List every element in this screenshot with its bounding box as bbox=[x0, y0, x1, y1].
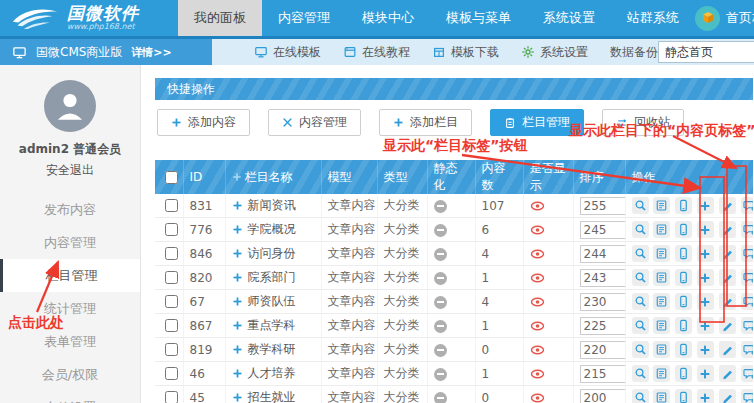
row-checkbox[interactable] bbox=[165, 295, 178, 308]
content-list-icon[interactable] bbox=[653, 221, 670, 238]
expand-plus-icon[interactable] bbox=[232, 344, 243, 355]
sidebar-item-publish-content[interactable]: 发布内容 bbox=[0, 193, 140, 226]
row-checkbox[interactable] bbox=[165, 199, 178, 212]
add-content-button[interactable]: 添加内容 bbox=[157, 109, 250, 136]
mobile-view-icon[interactable] bbox=[675, 365, 692, 382]
expand-plus-icon[interactable] bbox=[232, 320, 243, 331]
link-system-settings[interactable]: 系统设置 bbox=[521, 44, 588, 61]
add-sub-column-icon[interactable] bbox=[697, 341, 714, 358]
content-list-icon[interactable] bbox=[653, 293, 670, 310]
add-sub-column-icon[interactable] bbox=[697, 197, 714, 214]
sidebar-item-member-rights[interactable]: 会员/权限 bbox=[0, 358, 140, 391]
expand-plus-icon[interactable] bbox=[232, 224, 243, 235]
nav-content-manage[interactable]: 内容管理 bbox=[262, 0, 346, 36]
link-data-backup[interactable]: 数据备份 bbox=[610, 44, 658, 61]
eye-icon[interactable] bbox=[530, 393, 567, 403]
sort-input[interactable] bbox=[580, 317, 626, 335]
static-off-icon[interactable] bbox=[434, 272, 447, 285]
content-list-icon[interactable] bbox=[653, 197, 670, 214]
add-sub-column-icon[interactable] bbox=[697, 293, 714, 310]
nav-system-settings[interactable]: 系统设置 bbox=[527, 0, 611, 36]
sidebar-item-content-manage[interactable]: 内容管理 bbox=[0, 226, 140, 259]
preview-search-icon[interactable] bbox=[632, 293, 649, 310]
nav-my-panel[interactable]: 我的面板 bbox=[178, 0, 262, 36]
expand-plus-icon[interactable] bbox=[232, 272, 243, 283]
content-list-icon[interactable] bbox=[653, 317, 670, 334]
add-sub-column-icon[interactable] bbox=[697, 317, 714, 334]
sort-input[interactable] bbox=[580, 269, 626, 287]
column-tag-icon[interactable] bbox=[741, 245, 753, 262]
link-online-tutorial[interactable]: 在线教程 bbox=[343, 44, 410, 61]
row-checkbox[interactable] bbox=[165, 319, 178, 332]
add-sub-column-icon[interactable] bbox=[697, 389, 714, 403]
preview-search-icon[interactable] bbox=[632, 221, 649, 238]
preview-search-icon[interactable] bbox=[632, 317, 649, 334]
edit-pencil-icon[interactable] bbox=[719, 317, 736, 334]
eye-icon[interactable] bbox=[530, 201, 567, 211]
expand-plus-icon[interactable] bbox=[232, 368, 243, 379]
sort-input[interactable] bbox=[580, 221, 626, 239]
eye-icon[interactable] bbox=[530, 345, 567, 355]
expand-plus-icon[interactable] bbox=[232, 200, 243, 211]
sort-input[interactable] bbox=[580, 341, 626, 359]
static-off-icon[interactable] bbox=[434, 368, 447, 381]
eye-icon[interactable] bbox=[530, 369, 567, 379]
column-tag-icon[interactable] bbox=[741, 197, 753, 214]
add-column-button[interactable]: 添加栏目 bbox=[379, 109, 472, 136]
add-sub-column-icon[interactable] bbox=[697, 365, 714, 382]
row-checkbox[interactable] bbox=[165, 271, 178, 284]
row-checkbox[interactable] bbox=[165, 391, 178, 403]
mobile-view-icon[interactable] bbox=[675, 197, 692, 214]
add-sub-column-icon[interactable] bbox=[697, 221, 714, 238]
add-sub-column-icon[interactable] bbox=[697, 245, 714, 262]
sidebar-item-upload-settings[interactable]: 上传设置 bbox=[0, 391, 140, 403]
expand-plus-icon[interactable] bbox=[232, 248, 243, 259]
content-list-icon[interactable] bbox=[653, 269, 670, 286]
preview-search-icon[interactable] bbox=[632, 245, 649, 262]
nav-template-menu[interactable]: 模板与菜单 bbox=[430, 0, 527, 36]
product-badge[interactable]: 国微CMS商业版 详情>> bbox=[0, 39, 212, 65]
edit-pencil-icon[interactable] bbox=[719, 197, 736, 214]
content-list-icon[interactable] bbox=[653, 389, 670, 403]
row-checkbox[interactable] bbox=[165, 223, 178, 236]
mobile-view-icon[interactable] bbox=[675, 245, 692, 262]
select-all-checkbox[interactable] bbox=[165, 171, 178, 184]
expand-plus-icon[interactable] bbox=[232, 392, 243, 403]
edit-pencil-icon[interactable] bbox=[719, 293, 736, 310]
sort-input[interactable] bbox=[580, 197, 626, 215]
column-tag-icon[interactable] bbox=[741, 293, 753, 310]
home-tag-link[interactable]: 首页标签 bbox=[726, 9, 754, 27]
static-off-icon[interactable] bbox=[434, 344, 447, 357]
eye-icon[interactable] bbox=[530, 249, 567, 259]
nav-site-group[interactable]: 站群系统 bbox=[611, 0, 695, 36]
row-checkbox[interactable] bbox=[165, 343, 178, 356]
sort-input[interactable] bbox=[580, 389, 626, 403]
edit-pencil-icon[interactable] bbox=[719, 389, 736, 403]
details-link[interactable]: 详情>> bbox=[131, 45, 171, 60]
row-checkbox[interactable] bbox=[165, 367, 178, 380]
static-page-select[interactable]: 静态首页 bbox=[658, 41, 754, 63]
preview-search-icon[interactable] bbox=[632, 341, 649, 358]
expand-plus-icon[interactable] bbox=[232, 296, 243, 307]
static-off-icon[interactable] bbox=[434, 200, 447, 213]
column-tag-icon[interactable] bbox=[741, 269, 753, 286]
static-off-icon[interactable] bbox=[434, 392, 447, 403]
column-tag-icon[interactable] bbox=[741, 221, 753, 238]
column-tag-icon[interactable] bbox=[741, 365, 753, 382]
edit-pencil-icon[interactable] bbox=[719, 245, 736, 262]
column-tag-icon[interactable] bbox=[741, 341, 753, 358]
nav-module-center[interactable]: 模块中心 bbox=[346, 0, 430, 36]
eye-icon[interactable] bbox=[530, 273, 567, 283]
sort-input[interactable] bbox=[580, 293, 626, 311]
link-online-templates[interactable]: 在线模板 bbox=[254, 44, 321, 61]
static-off-icon[interactable] bbox=[434, 296, 447, 309]
eye-icon[interactable] bbox=[530, 225, 567, 235]
logout-link[interactable]: 安全退出 bbox=[0, 162, 140, 179]
eye-icon[interactable] bbox=[530, 321, 567, 331]
column-tag-icon[interactable] bbox=[741, 317, 753, 334]
sort-input[interactable] bbox=[580, 245, 626, 263]
static-off-icon[interactable] bbox=[434, 224, 447, 237]
content-manage-button[interactable]: 内容管理 bbox=[268, 109, 361, 136]
content-list-icon[interactable] bbox=[653, 341, 670, 358]
edit-pencil-icon[interactable] bbox=[719, 221, 736, 238]
